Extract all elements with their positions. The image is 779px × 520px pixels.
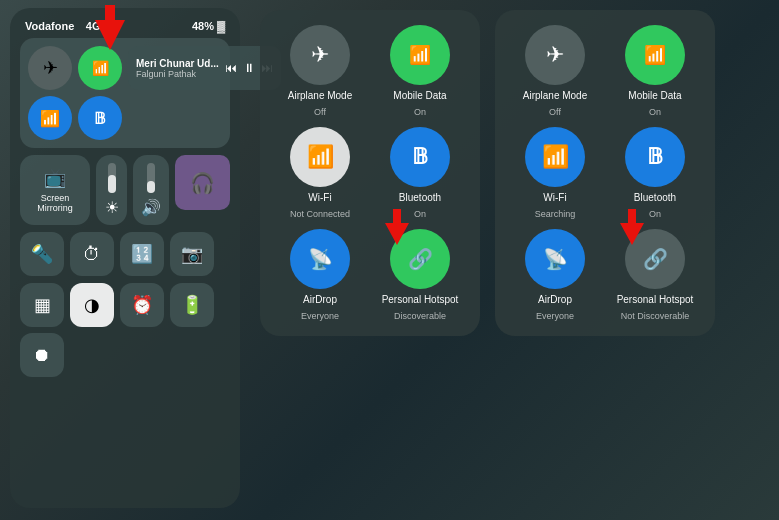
bluetooth-icon: 𝔹: [94, 109, 106, 128]
airdrop-item-before: 📡 AirDrop Everyone: [275, 229, 365, 321]
volume-fill: [147, 181, 155, 193]
wifi-circle-after[interactable]: 📶: [525, 127, 585, 187]
music-info: Meri Chunar Ud... Falguni Pathak: [136, 58, 219, 79]
bluetooth-sublabel-after: On: [649, 209, 661, 219]
mobile-data-sublabel-after: On: [649, 107, 661, 117]
mobile-data-icon-before: 📶: [409, 44, 431, 66]
airplane-mode-item-before: ✈ Airplane Mode Off: [275, 25, 365, 117]
hotspot-icon-before: 🔗: [408, 247, 433, 271]
alarm-icon: ⏰: [131, 294, 153, 316]
record-button[interactable]: ⏺: [20, 333, 64, 377]
airplane-mode-label-before: Airplane Mode: [288, 90, 352, 102]
camera-button[interactable]: 📷: [170, 232, 214, 276]
headphone-card[interactable]: 🎧: [175, 155, 230, 210]
after-panel: ✈ Airplane Mode Off 📶 Mobile Data On 📶 W…: [495, 10, 715, 336]
bluetooth-label-before: Bluetooth: [399, 192, 441, 204]
bluetooth-label-after: Bluetooth: [634, 192, 676, 204]
svg-marker-2: [620, 209, 644, 245]
second-row: 📶 𝔹: [28, 96, 222, 140]
calculator-icon: 🔢: [131, 243, 153, 265]
airplane-mode-circle-after[interactable]: ✈: [525, 25, 585, 85]
tools-row-1: 🔦 ⏱ 🔢 📷: [20, 232, 230, 276]
brightness-track: [108, 163, 116, 193]
airplane-mode-sublabel-before: Off: [314, 107, 326, 117]
dark-mode-icon: ◑: [84, 294, 100, 316]
qrcode-icon: ▦: [34, 294, 51, 316]
hotspot-sublabel-before: Discoverable: [394, 311, 446, 321]
wifi-sublabel-after: Searching: [535, 209, 576, 219]
wifi-label-before: Wi-Fi: [308, 192, 331, 204]
mobile-data-label-after: Mobile Data: [628, 90, 681, 102]
volume-slider[interactable]: 🔊: [133, 155, 169, 225]
battery-icon: ▓: [217, 20, 225, 32]
top-row: ✈ 📶 Meri Chunar Ud... Falguni Pathak ⏮ ⏸…: [28, 46, 222, 90]
bluetooth-circle-before[interactable]: 𝔹: [390, 127, 450, 187]
bluetooth-item-after: 𝔹 Bluetooth On: [610, 127, 700, 219]
rewind-icon[interactable]: ⏮: [225, 61, 237, 75]
airplane-mode-sublabel-after: Off: [549, 107, 561, 117]
bluetooth-icon-before: 𝔹: [412, 144, 428, 170]
brightness-slider[interactable]: ☀: [96, 155, 127, 225]
airplane-mode-circle-before[interactable]: ✈: [290, 25, 350, 85]
airplane-mode-icon-after: ✈: [546, 42, 564, 68]
wifi-sublabel-before: Not Connected: [290, 209, 350, 219]
airdrop-icon-after: 📡: [543, 247, 568, 271]
timer-button[interactable]: ⏱: [70, 232, 114, 276]
mobile-data-label-before: Mobile Data: [393, 90, 446, 102]
mobile-data-icon: 📶: [92, 60, 109, 76]
mobile-data-circle-after[interactable]: 📶: [625, 25, 685, 85]
pause-icon[interactable]: ⏸: [243, 61, 255, 75]
red-arrow-hotspot-before: [385, 209, 409, 249]
qrcode-button[interactable]: ▦: [20, 283, 64, 327]
red-arrow-left: [95, 5, 125, 54]
bluetooth-sublabel-before: On: [414, 209, 426, 219]
controls-grid-after: ✈ Airplane Mode Off 📶 Mobile Data On 📶 W…: [510, 25, 700, 321]
brightness-icon: ☀: [105, 198, 119, 217]
wifi-circle-before[interactable]: 📶: [290, 127, 350, 187]
hotspot-label-after: Personal Hotspot: [617, 294, 694, 306]
airplane-mode-icon-before: ✈: [311, 42, 329, 68]
airdrop-label-after: AirDrop: [538, 294, 572, 306]
volume-track: [147, 163, 155, 193]
hotspot-icon-after: 🔗: [643, 247, 668, 271]
battery-button[interactable]: 🔋: [170, 283, 214, 327]
bluetooth-circle-after[interactable]: 𝔹: [625, 127, 685, 187]
battery-saver-icon: 🔋: [181, 294, 203, 316]
wifi-item-after: 📶 Wi-Fi Searching: [510, 127, 600, 219]
mobile-data-circle-before[interactable]: 📶: [390, 25, 450, 85]
calculator-button[interactable]: 🔢: [120, 232, 164, 276]
airdrop-icon-before: 📡: [308, 247, 333, 271]
svg-marker-0: [95, 5, 125, 50]
volume-icon: 🔊: [141, 198, 161, 217]
record-icon: ⏺: [33, 345, 51, 366]
sliders-row: 📺 ScreenMirroring ☀ 🔊 🎧: [20, 155, 230, 225]
now-playing-card: Meri Chunar Ud... Falguni Pathak ⏮ ⏸ ⏭: [128, 46, 281, 90]
wifi-icon-after: 📶: [542, 144, 569, 170]
connectivity-card: ✈ 📶 Meri Chunar Ud... Falguni Pathak ⏮ ⏸…: [20, 38, 230, 148]
airdrop-sublabel-after: Everyone: [536, 311, 574, 321]
tools-row-2: ▦ ◑ ⏰ 🔋: [20, 283, 230, 327]
mobile-data-item-before: 📶 Mobile Data On: [375, 25, 465, 117]
wifi-icon: 📶: [40, 109, 60, 128]
wifi-icon-before: 📶: [307, 144, 334, 170]
wifi-toggle[interactable]: 📶: [28, 96, 72, 140]
hotspot-label-before: Personal Hotspot: [382, 294, 459, 306]
airplane-mode-toggle[interactable]: ✈: [28, 46, 72, 90]
airdrop-item-after: 📡 AirDrop Everyone: [510, 229, 600, 321]
alarm-button[interactable]: ⏰: [120, 283, 164, 327]
dark-mode-button[interactable]: ◑: [70, 283, 114, 327]
control-center-panel: Vodafone 4G 48% ▓ ✈ 📶: [10, 8, 240, 508]
flashlight-button[interactable]: 🔦: [20, 232, 64, 276]
airdrop-circle-after[interactable]: 📡: [525, 229, 585, 289]
hotspot-sublabel-after: Not Discoverable: [621, 311, 690, 321]
airdrop-circle-before[interactable]: 📡: [290, 229, 350, 289]
wifi-item-before: 📶 Wi-Fi Not Connected: [275, 127, 365, 219]
airplane-mode-item-after: ✈ Airplane Mode Off: [510, 25, 600, 117]
airdrop-sublabel-before: Everyone: [301, 311, 339, 321]
screen-mirror-button[interactable]: 📺 ScreenMirroring: [20, 155, 90, 225]
bluetooth-toggle[interactable]: 𝔹: [78, 96, 122, 140]
bluetooth-icon-after: 𝔹: [647, 144, 663, 170]
track-title: Meri Chunar Ud...: [136, 58, 219, 69]
hotspot-item-after: 🔗 Personal Hotspot Not Discoverable: [610, 229, 700, 321]
airplane-icon: ✈: [43, 57, 58, 79]
